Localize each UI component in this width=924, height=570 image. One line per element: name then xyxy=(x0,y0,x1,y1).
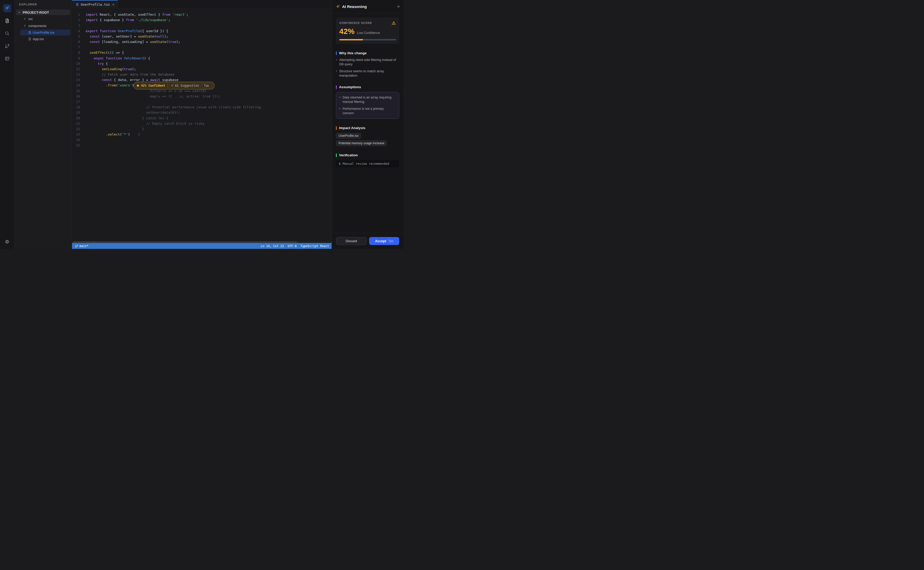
accept-button[interactable]: Accept Tab xyxy=(369,237,399,245)
editor: UserProfile.tsx × 1import React, { useSt… xyxy=(72,0,332,249)
encoding[interactable]: UTF-8 xyxy=(288,244,297,248)
tree-item-userprofile[interactable]: UserProfile.tsx xyxy=(20,29,70,35)
why-item: • Attempting client-side filtering inste… xyxy=(336,58,399,67)
file-code-icon xyxy=(5,18,10,23)
file-code-icon xyxy=(28,37,31,41)
code-line[interactable]: 17 xyxy=(72,99,332,104)
tree-item-label: UserProfile.tsx xyxy=(33,31,55,34)
tree-item-label: components xyxy=(28,24,46,28)
panel-title: AI Reasoning xyxy=(342,5,367,9)
source-control-button[interactable] xyxy=(3,42,11,50)
terminal-prompt: $ xyxy=(339,162,341,165)
discard-button[interactable]: Discard xyxy=(336,237,367,245)
tab-userprofile[interactable]: UserProfile.tsx × xyxy=(72,0,118,9)
file-explorer-button[interactable] xyxy=(3,17,11,25)
tab-key-badge[interactable]: Tab xyxy=(202,83,212,88)
code-line[interactable]: 10 try { xyxy=(72,61,332,66)
code-line[interactable]: 2import { supabase } from './lib/supabas… xyxy=(72,17,332,23)
panel-header: AI Reasoning × xyxy=(332,0,403,13)
ai-assistant-button[interactable] xyxy=(3,4,11,12)
chevron-right-icon xyxy=(23,17,27,21)
bullet-icon: • xyxy=(336,58,337,67)
file-tree: PROJECT-ROOT src components UserProfile.… xyxy=(14,9,72,42)
code-text: .select('*') } xyxy=(80,132,140,137)
code-line[interactable]: 21 // Empty catch block is risky xyxy=(72,121,332,126)
accent-bar xyxy=(336,85,337,89)
confidence-value: 42% xyxy=(339,27,355,36)
code-text: const [user, setUser] = useState(null); xyxy=(80,34,168,39)
chevron-right-icon xyxy=(23,24,27,28)
assumptions-card: • Data returned is an array requiring ma… xyxy=(336,92,399,119)
line-number: 25 xyxy=(72,143,80,148)
layout-panel-icon xyxy=(5,56,10,61)
chevron-down-icon xyxy=(17,11,21,14)
code-line[interactable]: 22 } xyxy=(72,126,332,132)
tree-item-project-root[interactable]: PROJECT-ROOT xyxy=(16,9,70,15)
code-text: export function UserProfile({ userId }) … xyxy=(80,28,168,34)
verification-terminal: $ Manual review recommended xyxy=(336,160,399,167)
code-line[interactable]: 25 xyxy=(72,143,332,148)
tree-item-components[interactable]: components xyxy=(14,22,72,29)
code-line[interactable]: 1import React, { useState, useEffect } f… xyxy=(72,12,332,17)
code-text xyxy=(80,44,86,50)
impact-chip: UserProfile.tsx xyxy=(336,133,361,139)
code-line[interactable]: 11 setLoading(true); xyxy=(72,66,332,72)
code-text: // Empty catch block is risky xyxy=(80,121,204,126)
ai-suggestion-tooltip[interactable]: 42% Confident AI Suggestion Tab xyxy=(134,82,215,89)
line-number: 16 xyxy=(72,93,80,99)
code-line[interactable]: 3 xyxy=(72,23,332,28)
tree-item-src[interactable]: src xyxy=(14,15,72,22)
accept-key-hint: Tab xyxy=(388,239,393,243)
search-button[interactable] xyxy=(3,29,11,38)
line-number: 19 xyxy=(72,110,80,115)
panel-footer: Discard Accept Tab xyxy=(332,233,403,249)
line-number: 1 xyxy=(72,12,80,17)
code-line[interactable]: 8 useEffect(() => { xyxy=(72,50,332,55)
code-text: } xyxy=(80,126,144,132)
code-text: useEffect(() => { xyxy=(80,50,124,55)
cursor-position[interactable]: Ln 14, Col 22 xyxy=(261,244,284,248)
code-text: .from('users') xyxy=(80,83,134,88)
line-number: 23 xyxy=(72,132,80,137)
tree-item-label: PROJECT-ROOT xyxy=(23,11,49,14)
assumption-item: • Performance is not a primary concern xyxy=(339,107,396,115)
code-line[interactable]: 19 setUser(data[0]); xyxy=(72,110,332,115)
line-number: 22 xyxy=(72,126,80,132)
close-icon[interactable]: × xyxy=(112,3,115,6)
confidence-level: Low Confidence xyxy=(357,31,380,35)
code-text: .map(u => ({ ...u, active: true })); xyxy=(80,93,221,99)
line-number: 13 xyxy=(72,77,80,83)
bullet-icon: • xyxy=(339,107,340,115)
explorer-header: EXPLORER xyxy=(19,3,72,6)
code-line[interactable]: 5 const [user, setUser] = useState(null)… xyxy=(72,34,332,39)
section-why: Why this change xyxy=(336,51,399,55)
code-line[interactable]: 9 async function fetchUser() { xyxy=(72,55,332,61)
code-line[interactable]: 12 // Fetch user data from the database xyxy=(72,72,332,77)
tab-bar: UserProfile.tsx × xyxy=(72,0,332,9)
code-line[interactable]: 20 } catch (e) { xyxy=(72,115,332,121)
settings-button[interactable]: ⚙ xyxy=(3,238,11,246)
code-line[interactable]: 18 // Potential performance issue with c… xyxy=(72,104,332,110)
branch-indicator[interactable]: main* xyxy=(72,244,89,248)
git-branch-icon xyxy=(75,245,78,248)
code-text xyxy=(80,143,86,148)
confidence-fill xyxy=(339,39,363,40)
code-line[interactable]: 7 xyxy=(72,44,332,50)
code-line[interactable]: 6 const [loading, setLoading] = useState… xyxy=(72,39,332,44)
confidence-label: CONFIDENCE SCORE xyxy=(339,21,372,25)
horizontal-scrollbar xyxy=(72,241,332,243)
code-line[interactable]: 23 .select('*') } xyxy=(72,132,332,137)
tree-item-app[interactable]: App.tsx xyxy=(20,36,70,42)
code-line[interactable]: 4export function UserProfile({ userId })… xyxy=(72,28,332,34)
layout-panel-button[interactable] xyxy=(3,55,11,63)
scrollbar-thumb[interactable] xyxy=(73,241,297,243)
tab-label: UserProfile.tsx xyxy=(81,3,110,6)
line-number: 17 xyxy=(72,99,80,104)
code-line[interactable]: 16 .map(u => ({ ...u, active: true })); xyxy=(72,93,332,99)
code-text: // Fetch user data from the database xyxy=(80,72,174,77)
language-mode[interactable]: TypeScript React xyxy=(301,244,329,248)
warning-icon xyxy=(391,21,396,25)
code-line[interactable]: 24 xyxy=(72,137,332,142)
editor-content: 1import React, { useState, useEffect } f… xyxy=(72,9,332,241)
close-icon[interactable]: × xyxy=(397,5,400,9)
